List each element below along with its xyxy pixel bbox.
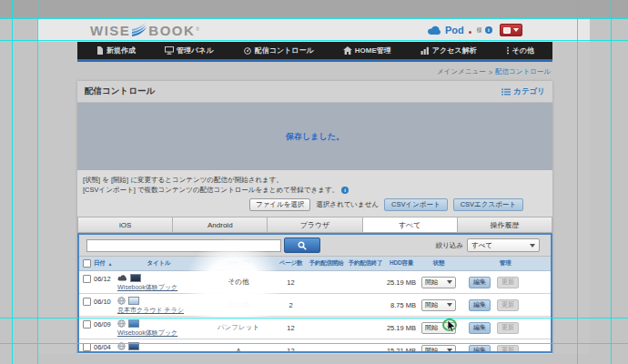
pod-account-area: Pod 様 i: [427, 23, 522, 37]
status-value: 開始: [425, 300, 438, 309]
content-table-panel: 絞り込み すべて 日付 ▲ タイトル: [77, 233, 552, 353]
nav-item-access-analytics[interactable]: アクセス解析: [420, 46, 477, 56]
search-button[interactable]: [284, 238, 320, 253]
logo-book-text: BOOK: [148, 24, 195, 37]
account-menu-button[interactable]: [500, 24, 522, 36]
header-reserve-end: 予約配信終了: [346, 259, 385, 268]
search-input[interactable]: [86, 239, 281, 252]
content-title-link[interactable]: Wisebook体験ブック: [117, 329, 177, 338]
edit-button[interactable]: 編集: [469, 322, 491, 334]
nav-item-delivery-control[interactable]: 配信コントロール: [243, 46, 314, 56]
content-thumbnail: [128, 319, 139, 328]
filter-select-value: すべて: [471, 241, 492, 250]
edit-button[interactable]: 編集: [469, 345, 491, 354]
table-row: 06/04 Wisebook パンフレット A 12 15.21 M: [79, 339, 551, 353]
nav-item-home-admin[interactable]: HOME管理: [343, 46, 391, 56]
tab-android[interactable]: Android: [173, 217, 268, 233]
content-thumbnail: [128, 297, 139, 305]
header-manage: 管理: [460, 259, 551, 268]
status-value: 開始: [425, 323, 438, 332]
content-title-link[interactable]: Wisebook体験ブック: [117, 283, 177, 292]
logo-wise-text: WISE: [90, 24, 130, 37]
device-tabs: iOS Android ブラウザ すべて 操作履歴: [77, 217, 552, 233]
tab-all[interactable]: すべて: [363, 217, 458, 233]
table-header-row: 日付 ▲ タイトル カテゴリ ページ数 予約配信開始 予約配信終了 HDD容量 …: [79, 257, 551, 271]
status-select[interactable]: 開始: [421, 322, 456, 334]
csv-export-button[interactable]: CSVエクスポート: [453, 198, 523, 211]
breadcrumb-parent[interactable]: メインメニュー: [437, 67, 486, 76]
update-button[interactable]: 更新: [497, 277, 519, 288]
list-icon: [501, 88, 511, 96]
save-notice-text: 保存しました。: [286, 131, 344, 143]
table-row: 06/12 Wisebook体験ブック その他 12 25.19 M: [79, 271, 551, 294]
tab-history[interactable]: 操作履歴: [458, 217, 552, 233]
status-select[interactable]: 開始: [421, 277, 456, 288]
header-pages: ページ数: [275, 259, 307, 268]
window-icon: [503, 27, 511, 34]
info-icon[interactable]: i: [341, 187, 349, 194]
csv-import-button[interactable]: CSVインポート: [384, 198, 448, 211]
backdrop-top-strip: [0, 0, 628, 18]
guide-line-vertical-left-outer: [12, 0, 13, 364]
nav-item-create[interactable]: 新規作成: [96, 46, 136, 56]
update-button[interactable]: 更新: [497, 299, 519, 311]
update-button[interactable]: 更新: [497, 345, 519, 354]
row-reserve-start: [307, 271, 346, 293]
update-button[interactable]: 更新: [497, 322, 519, 334]
row-reserve-end: [346, 294, 385, 316]
edit-button[interactable]: 編集: [469, 299, 491, 311]
header-date[interactable]: 日付 ▲: [79, 259, 116, 268]
globe-icon: [117, 297, 126, 305]
filter-label: 絞り込み: [436, 241, 463, 250]
row-checkbox[interactable]: [83, 298, 91, 306]
site-column: 新規作成 管理パネル 配信コントロール HOME管理 アクセス解析: [77, 42, 552, 354]
monitor-icon: [165, 46, 174, 55]
file-select-button[interactable]: ファイルを選択: [249, 198, 310, 211]
row-reserve-start: [307, 317, 346, 339]
row-checkbox[interactable]: [83, 320, 91, 329]
nav-item-admin-panel[interactable]: 管理パネル: [165, 46, 214, 56]
header-category: カテゴリ: [202, 259, 275, 268]
nav-item-more[interactable]: その他: [506, 46, 534, 56]
select-all-checkbox[interactable]: [83, 259, 91, 268]
row-hdd: 25.19 MB: [385, 271, 418, 293]
row-category: パンフレット: [202, 317, 275, 339]
content-title-link[interactable]: Wisebook パンフレット: [117, 351, 187, 353]
category-link[interactable]: カテゴリ: [501, 86, 545, 97]
chevron-down-icon: [447, 303, 452, 307]
status-select[interactable]: 開始: [421, 299, 456, 311]
breadcrumb-current[interactable]: 配信コントロール: [495, 67, 551, 76]
edit-button[interactable]: 編集: [469, 277, 491, 288]
search-row: 絞り込み すべて: [79, 235, 551, 257]
site-header: WISE BOOK ® Pod 様 i: [37, 18, 590, 42]
content-thumbnail: [128, 342, 139, 350]
row-checkbox[interactable]: [83, 343, 91, 351]
caret-down-icon: [513, 28, 519, 32]
row-date: 06/10: [94, 298, 111, 306]
sort-asc-icon: ▲: [108, 261, 113, 267]
pod-trademark-dot: [469, 31, 471, 34]
nav-label: HOME管理: [355, 46, 391, 56]
row-checkbox[interactable]: [83, 275, 91, 283]
tab-browser[interactable]: ブラウザ: [268, 217, 362, 233]
tab-ios[interactable]: iOS: [77, 217, 173, 233]
row-reserve-start: [307, 339, 346, 353]
row-hdd: 15.21 MB: [385, 339, 418, 353]
book-swoosh-icon: [131, 23, 147, 36]
row-pages: 2: [275, 294, 307, 316]
bar-chart-icon: [420, 46, 430, 55]
content-title-link[interactable]: 見本市クラウド チラシ: [117, 306, 184, 315]
pod-cloud-icon: [427, 25, 442, 35]
info-badge-icon[interactable]: i: [485, 26, 492, 34]
filter-select[interactable]: すべて: [467, 238, 540, 252]
instruction-line-1: [状態] を [開始] に変更するとコンテンツの配信が開始されます。: [83, 175, 547, 185]
row-hdd: 25.19 MB: [385, 317, 418, 339]
pod-logo-text: Pod: [445, 25, 464, 35]
globe-icon: [117, 342, 126, 350]
registered-mark: ®: [196, 23, 199, 36]
breadcrumb-separator: >: [489, 68, 492, 76]
status-select[interactable]: 開始: [421, 345, 456, 354]
main-nav: 新規作成 管理パネル 配信コントロール HOME管理 アクセス解析: [77, 42, 552, 62]
table-row: 06/10 見本市クラウド チラシ その他 2 8.75 MB: [79, 294, 551, 317]
chevron-down-icon: [447, 326, 452, 329]
